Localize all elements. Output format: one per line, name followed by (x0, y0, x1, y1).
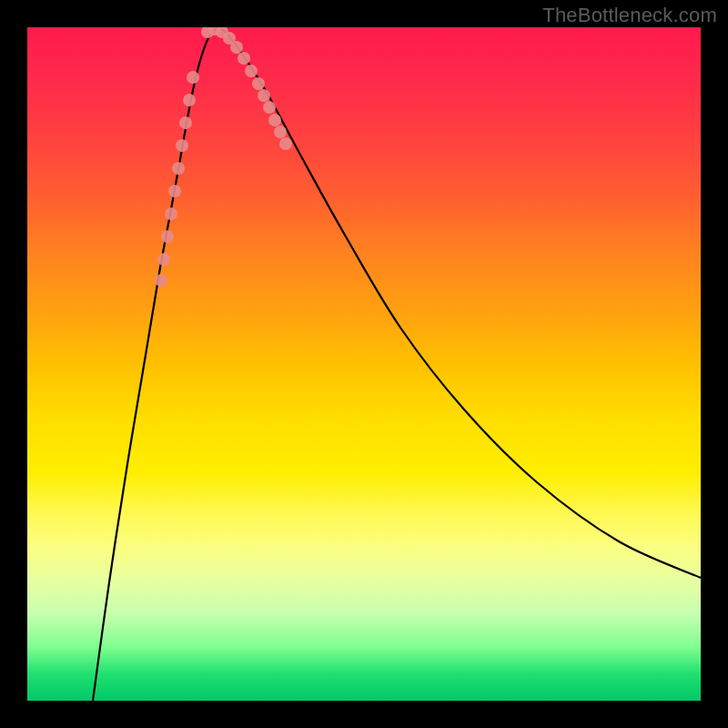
marker-point (274, 126, 287, 138)
highlight-markers (155, 27, 292, 287)
marker-point (263, 101, 276, 114)
marker-point (161, 230, 174, 243)
plot-area (27, 27, 701, 701)
marker-point (238, 52, 250, 65)
bottleneck-curve (93, 28, 701, 701)
marker-point (168, 185, 181, 197)
marker-point (172, 162, 185, 175)
marker-point (179, 116, 192, 129)
watermark-text: TheBottleneck.com (542, 4, 717, 27)
marker-point (157, 253, 170, 266)
marker-point (258, 89, 270, 102)
marker-point (165, 207, 177, 220)
curve-layer (27, 27, 701, 701)
marker-point (155, 274, 167, 287)
marker-point (245, 65, 258, 77)
marker-point (176, 139, 188, 152)
marker-point (268, 114, 281, 126)
marker-point (230, 41, 243, 54)
marker-point (279, 137, 292, 150)
marker-point (183, 94, 196, 106)
chart-frame: TheBottleneck.com (0, 0, 728, 728)
marker-point (252, 77, 265, 90)
marker-point (187, 71, 199, 84)
